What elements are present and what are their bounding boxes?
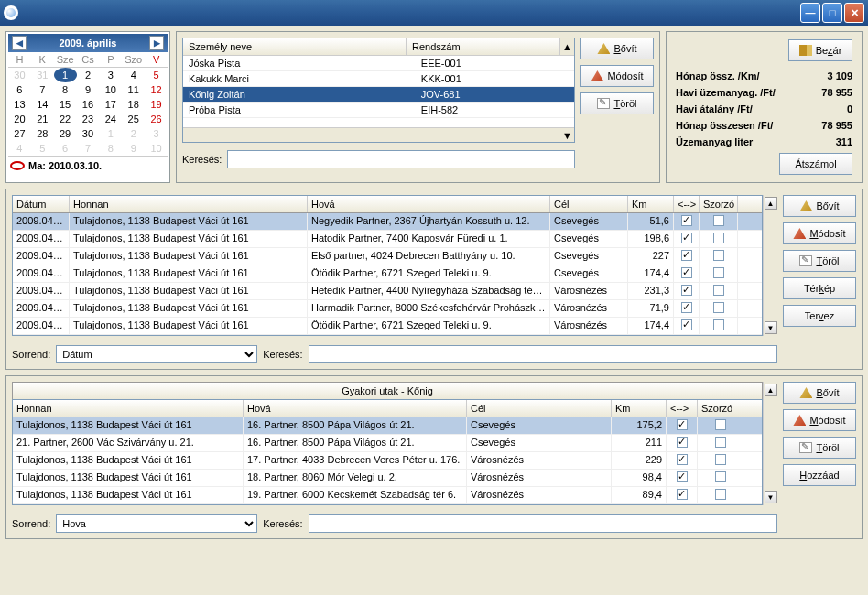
scroll-down-icon[interactable]: ▼ — [765, 321, 777, 334]
cell-rt[interactable] — [667, 470, 698, 486]
people-search-input[interactable] — [227, 150, 575, 168]
cell-mul[interactable] — [700, 300, 738, 317]
cal-day[interactable]: 30 — [77, 126, 100, 141]
freq-search-input[interactable] — [309, 514, 777, 533]
cell-mul[interactable] — [698, 435, 743, 451]
cal-day[interactable]: 9 — [77, 82, 100, 97]
today-label[interactable]: Ma: 2010.03.10. — [28, 160, 102, 171]
col-rt[interactable]: <--> — [674, 196, 700, 212]
people-del-button[interactable]: Töröl — [580, 92, 654, 114]
cal-day[interactable]: 5 — [145, 68, 168, 82]
freq-row[interactable]: Tulajdonos, 1138 Budapest Váci út 161 17… — [13, 452, 762, 470]
trips-row[interactable]: 2009.04.15 Tulajdonos, 1138 Budapest Vác… — [13, 265, 762, 283]
cal-day[interactable]: 11 — [122, 82, 145, 97]
cal-day[interactable]: 17 — [99, 97, 122, 112]
cell-mul[interactable] — [700, 318, 738, 334]
cal-day[interactable]: 23 — [77, 112, 100, 126]
trips-row[interactable]: 2009.04.11 Tulajdonos, 1138 Budapest Vác… — [13, 248, 762, 265]
people-add-button[interactable]: Bővít — [580, 38, 654, 60]
people-row[interactable]: Jóska PistaEEE-001 — [183, 56, 574, 71]
col-from[interactable]: Honnan — [70, 196, 308, 212]
freq-edit-button[interactable]: Módosít — [783, 409, 856, 431]
trips-map-button[interactable]: Térkép — [783, 277, 856, 299]
maximize-button[interactable]: □ — [822, 3, 842, 23]
col-goal[interactable]: Cél — [550, 196, 628, 212]
cal-day[interactable]: 5 — [31, 141, 54, 156]
trips-row[interactable]: 2009.04.22 Tulajdonos, 1138 Budapest Vác… — [13, 318, 762, 335]
col-mul[interactable]: Szorzó — [698, 400, 743, 416]
cal-day[interactable]: 25 — [122, 112, 145, 126]
cal-prev-button[interactable]: ◀ — [12, 36, 27, 50]
recalc-button[interactable]: Átszámol — [779, 153, 852, 175]
people-scroll-down[interactable]: ▼ — [183, 127, 574, 142]
trips-row[interactable]: 2009.04.07 Tulajdonos, 1138 Budapest Vác… — [13, 213, 762, 231]
trips-row[interactable]: 2009.04.17 Tulajdonos, 1138 Budapest Vác… — [13, 283, 762, 300]
cal-day[interactable]: 24 — [99, 112, 122, 126]
cal-day[interactable]: 3 — [145, 126, 168, 141]
trips-row[interactable]: 2009.04.21 Tulajdonos, 1138 Budapest Vác… — [13, 300, 762, 318]
cal-day[interactable]: 6 — [54, 141, 77, 156]
cal-day[interactable]: 12 — [145, 82, 168, 97]
cal-day[interactable]: 31 — [31, 68, 54, 82]
cal-day[interactable]: 30 — [8, 68, 31, 82]
col-to[interactable]: Hová — [244, 400, 467, 416]
cell-mul[interactable] — [698, 470, 743, 486]
cell-mul[interactable] — [698, 487, 743, 503]
freq-row[interactable]: Tulajdonos, 1138 Budapest Váci út 161 18… — [13, 470, 762, 487]
cal-day[interactable]: 9 — [122, 141, 145, 156]
freq-row[interactable]: 21. Partner, 2600 Vác Szivárvány u. 21. … — [13, 435, 762, 452]
freq-sort-select[interactable]: Hova — [56, 514, 257, 533]
cal-day[interactable]: 8 — [54, 82, 77, 97]
freq-row[interactable]: Tulajdonos, 1138 Budapest Váci út 161 16… — [13, 417, 762, 435]
cell-mul[interactable] — [700, 248, 738, 265]
freq-addto-button[interactable]: Hozzáad — [783, 464, 856, 486]
cal-day[interactable]: 22 — [54, 112, 77, 126]
close-button[interactable]: ✕ — [844, 3, 864, 23]
trips-search-input[interactable] — [309, 345, 777, 363]
col-km[interactable]: Km — [612, 400, 667, 416]
cal-day[interactable]: 14 — [31, 97, 54, 112]
freq-del-button[interactable]: Töröl — [783, 437, 856, 459]
cal-day[interactable]: 13 — [8, 97, 31, 112]
col-name[interactable]: Személy neve — [183, 38, 407, 55]
cal-day[interactable]: 8 — [99, 141, 122, 156]
trips-add-button[interactable]: Bővít — [783, 195, 856, 217]
cell-rt[interactable] — [674, 318, 700, 334]
cal-day[interactable]: 15 — [54, 97, 77, 112]
cell-mul[interactable] — [700, 231, 738, 247]
freq-scrollbar[interactable]: ▲ ▼ — [763, 382, 777, 505]
cal-day[interactable]: 18 — [122, 97, 145, 112]
cell-mul[interactable] — [700, 265, 738, 282]
col-km[interactable]: Km — [628, 196, 674, 212]
cal-day[interactable]: 28 — [31, 126, 54, 141]
cal-day[interactable]: 2 — [77, 68, 100, 82]
freq-row[interactable]: Tulajdonos, 1138 Budapest Váci út 161 19… — [13, 487, 762, 504]
cal-day[interactable]: 1 — [99, 126, 122, 141]
cell-mul[interactable] — [698, 452, 743, 469]
cell-rt[interactable] — [674, 213, 700, 230]
trips-sort-select[interactable]: Dátum — [56, 345, 257, 363]
trips-edit-button[interactable]: Módosít — [783, 222, 856, 244]
cal-day[interactable]: 1 — [54, 68, 77, 82]
cell-rt[interactable] — [674, 283, 700, 299]
cell-rt[interactable] — [674, 265, 700, 282]
cell-rt[interactable] — [674, 300, 700, 317]
col-to[interactable]: Hová — [308, 196, 550, 212]
cal-day[interactable]: 3 — [99, 68, 122, 82]
cal-day[interactable]: 21 — [31, 112, 54, 126]
cal-day[interactable]: 19 — [145, 97, 168, 112]
trips-scrollbar[interactable]: ▲ ▼ — [763, 195, 777, 336]
cell-rt[interactable] — [667, 452, 698, 469]
cal-day[interactable]: 7 — [31, 82, 54, 97]
people-scroll-up[interactable]: ▲ — [559, 38, 574, 55]
cal-day[interactable]: 20 — [8, 112, 31, 126]
col-goal[interactable]: Cél — [467, 400, 612, 416]
people-row[interactable]: Próba PistaEIH-582 — [183, 103, 574, 118]
cal-day[interactable]: 27 — [8, 126, 31, 141]
col-from[interactable]: Honnan — [13, 400, 244, 416]
cal-day[interactable]: 6 — [8, 82, 31, 97]
close-page-button[interactable]: Bezár — [788, 39, 852, 61]
people-edit-button[interactable]: Módosít — [580, 65, 654, 87]
cell-rt[interactable] — [667, 487, 698, 503]
minimize-button[interactable]: — — [800, 3, 820, 23]
